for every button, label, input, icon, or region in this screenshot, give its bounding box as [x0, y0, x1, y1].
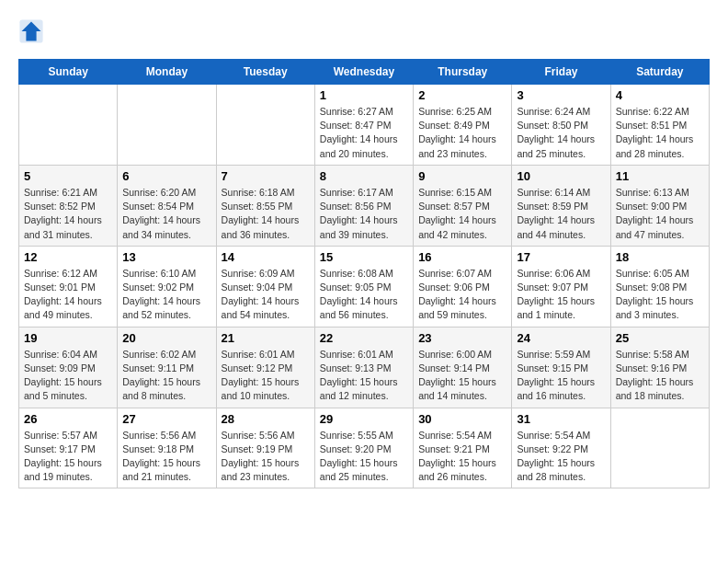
calendar-cell [216, 85, 314, 166]
weekday-header-friday: Friday [512, 60, 610, 85]
day-number: 10 [517, 169, 605, 183]
calendar-cell: 6Sunrise: 6:20 AM Sunset: 8:54 PM Daylig… [118, 165, 216, 246]
calendar-cell: 22Sunrise: 6:01 AM Sunset: 9:13 PM Dayli… [314, 327, 413, 408]
calendar-cell [19, 85, 118, 166]
calendar-week-2: 5Sunrise: 6:21 AM Sunset: 8:52 PM Daylig… [19, 165, 710, 246]
calendar-cell: 25Sunrise: 5:58 AM Sunset: 9:16 PM Dayli… [610, 327, 709, 408]
day-detail: Sunrise: 6:08 AM Sunset: 9:05 PM Dayligh… [320, 267, 408, 323]
day-detail: Sunrise: 6:07 AM Sunset: 9:06 PM Dayligh… [418, 267, 506, 323]
day-detail: Sunrise: 5:57 AM Sunset: 9:17 PM Dayligh… [24, 429, 112, 485]
calendar-cell: 20Sunrise: 6:02 AM Sunset: 9:11 PM Dayli… [118, 327, 216, 408]
calendar-cell: 15Sunrise: 6:08 AM Sunset: 9:05 PM Dayli… [314, 246, 413, 327]
calendar-week-1: 1Sunrise: 6:27 AM Sunset: 8:47 PM Daylig… [19, 85, 710, 166]
calendar-cell: 24Sunrise: 5:59 AM Sunset: 9:15 PM Dayli… [512, 327, 610, 408]
day-number: 17 [517, 250, 605, 264]
day-number: 12 [24, 250, 112, 264]
calendar-week-4: 19Sunrise: 6:04 AM Sunset: 9:09 PM Dayli… [19, 327, 710, 408]
weekday-header-sunday: Sunday [19, 60, 118, 85]
calendar-body: 1Sunrise: 6:27 AM Sunset: 8:47 PM Daylig… [19, 85, 710, 488]
day-detail: Sunrise: 6:06 AM Sunset: 9:07 PM Dayligh… [517, 267, 605, 323]
calendar-cell: 7Sunrise: 6:18 AM Sunset: 8:55 PM Daylig… [216, 165, 314, 246]
calendar-cell: 23Sunrise: 6:00 AM Sunset: 9:14 PM Dayli… [414, 327, 512, 408]
day-number: 14 [222, 250, 310, 264]
day-number: 8 [320, 169, 408, 183]
page-header [18, 18, 710, 44]
day-detail: Sunrise: 6:09 AM Sunset: 9:04 PM Dayligh… [222, 267, 310, 323]
day-detail: Sunrise: 5:56 AM Sunset: 9:18 PM Dayligh… [122, 429, 210, 485]
day-detail: Sunrise: 6:12 AM Sunset: 9:01 PM Dayligh… [24, 267, 112, 323]
day-number: 24 [517, 331, 605, 345]
day-detail: Sunrise: 6:14 AM Sunset: 8:59 PM Dayligh… [517, 186, 605, 242]
calendar-cell: 31Sunrise: 5:54 AM Sunset: 9:22 PM Dayli… [512, 408, 610, 488]
day-detail: Sunrise: 5:55 AM Sunset: 9:20 PM Dayligh… [320, 429, 408, 485]
calendar-cell: 21Sunrise: 6:01 AM Sunset: 9:12 PM Dayli… [216, 327, 314, 408]
calendar-cell: 30Sunrise: 5:54 AM Sunset: 9:21 PM Dayli… [414, 408, 512, 488]
day-detail: Sunrise: 5:54 AM Sunset: 9:21 PM Dayligh… [418, 429, 506, 485]
day-number: 31 [517, 412, 605, 426]
day-number: 25 [616, 331, 704, 345]
calendar-cell: 12Sunrise: 6:12 AM Sunset: 9:01 PM Dayli… [19, 246, 118, 327]
calendar-cell: 29Sunrise: 5:55 AM Sunset: 9:20 PM Dayli… [314, 408, 413, 488]
day-number: 6 [122, 169, 210, 183]
day-number: 28 [222, 412, 310, 426]
calendar-cell: 4Sunrise: 6:22 AM Sunset: 8:51 PM Daylig… [610, 85, 709, 166]
logo-icon [18, 18, 44, 44]
calendar-cell [610, 408, 709, 488]
day-detail: Sunrise: 6:01 AM Sunset: 9:13 PM Dayligh… [320, 348, 408, 404]
weekday-header-wednesday: Wednesday [314, 60, 413, 85]
day-number: 16 [418, 250, 506, 264]
calendar-cell: 28Sunrise: 5:56 AM Sunset: 9:19 PM Dayli… [216, 408, 314, 488]
calendar-cell: 19Sunrise: 6:04 AM Sunset: 9:09 PM Dayli… [19, 327, 118, 408]
calendar-cell: 14Sunrise: 6:09 AM Sunset: 9:04 PM Dayli… [216, 246, 314, 327]
calendar-cell: 17Sunrise: 6:06 AM Sunset: 9:07 PM Dayli… [512, 246, 610, 327]
weekday-row: SundayMondayTuesdayWednesdayThursdayFrid… [19, 60, 710, 85]
day-number: 13 [122, 250, 210, 264]
calendar-week-5: 26Sunrise: 5:57 AM Sunset: 9:17 PM Dayli… [19, 408, 710, 488]
calendar-cell [118, 85, 216, 166]
day-number: 2 [418, 88, 506, 102]
day-number: 19 [24, 331, 112, 345]
day-detail: Sunrise: 5:58 AM Sunset: 9:16 PM Dayligh… [616, 348, 704, 404]
day-number: 4 [616, 88, 704, 102]
day-detail: Sunrise: 6:22 AM Sunset: 8:51 PM Dayligh… [616, 105, 704, 161]
calendar-cell: 13Sunrise: 6:10 AM Sunset: 9:02 PM Dayli… [118, 246, 216, 327]
day-detail: Sunrise: 6:21 AM Sunset: 8:52 PM Dayligh… [24, 186, 112, 242]
day-detail: Sunrise: 5:56 AM Sunset: 9:19 PM Dayligh… [222, 429, 310, 485]
calendar-cell: 26Sunrise: 5:57 AM Sunset: 9:17 PM Dayli… [19, 408, 118, 488]
calendar-cell: 3Sunrise: 6:24 AM Sunset: 8:50 PM Daylig… [512, 85, 610, 166]
day-number: 15 [320, 250, 408, 264]
calendar-cell: 16Sunrise: 6:07 AM Sunset: 9:06 PM Dayli… [414, 246, 512, 327]
day-detail: Sunrise: 6:15 AM Sunset: 8:57 PM Dayligh… [418, 186, 506, 242]
day-detail: Sunrise: 6:04 AM Sunset: 9:09 PM Dayligh… [24, 348, 112, 404]
calendar-cell: 27Sunrise: 5:56 AM Sunset: 9:18 PM Dayli… [118, 408, 216, 488]
day-detail: Sunrise: 6:00 AM Sunset: 9:14 PM Dayligh… [418, 348, 506, 404]
calendar-header: SundayMondayTuesdayWednesdayThursdayFrid… [19, 60, 710, 85]
day-detail: Sunrise: 6:17 AM Sunset: 8:56 PM Dayligh… [320, 186, 408, 242]
day-detail: Sunrise: 6:24 AM Sunset: 8:50 PM Dayligh… [517, 105, 605, 161]
day-detail: Sunrise: 6:20 AM Sunset: 8:54 PM Dayligh… [122, 186, 210, 242]
calendar-week-3: 12Sunrise: 6:12 AM Sunset: 9:01 PM Dayli… [19, 246, 710, 327]
day-detail: Sunrise: 6:10 AM Sunset: 9:02 PM Dayligh… [122, 267, 210, 323]
day-number: 1 [320, 88, 408, 102]
day-number: 11 [616, 169, 704, 183]
weekday-header-saturday: Saturday [610, 60, 709, 85]
calendar-cell: 1Sunrise: 6:27 AM Sunset: 8:47 PM Daylig… [314, 85, 413, 166]
day-detail: Sunrise: 5:59 AM Sunset: 9:15 PM Dayligh… [517, 348, 605, 404]
day-number: 26 [24, 412, 112, 426]
weekday-header-monday: Monday [118, 60, 216, 85]
weekday-header-thursday: Thursday [414, 60, 512, 85]
calendar-cell: 8Sunrise: 6:17 AM Sunset: 8:56 PM Daylig… [314, 165, 413, 246]
calendar-cell: 18Sunrise: 6:05 AM Sunset: 9:08 PM Dayli… [610, 246, 709, 327]
calendar-cell: 5Sunrise: 6:21 AM Sunset: 8:52 PM Daylig… [19, 165, 118, 246]
weekday-header-tuesday: Tuesday [216, 60, 314, 85]
day-number: 30 [418, 412, 506, 426]
calendar-cell: 9Sunrise: 6:15 AM Sunset: 8:57 PM Daylig… [414, 165, 512, 246]
logo [18, 18, 48, 44]
day-detail: Sunrise: 6:25 AM Sunset: 8:49 PM Dayligh… [418, 105, 506, 161]
day-detail: Sunrise: 6:01 AM Sunset: 9:12 PM Dayligh… [222, 348, 310, 404]
day-number: 21 [222, 331, 310, 345]
day-number: 22 [320, 331, 408, 345]
day-number: 18 [616, 250, 704, 264]
day-number: 20 [122, 331, 210, 345]
day-number: 29 [320, 412, 408, 426]
